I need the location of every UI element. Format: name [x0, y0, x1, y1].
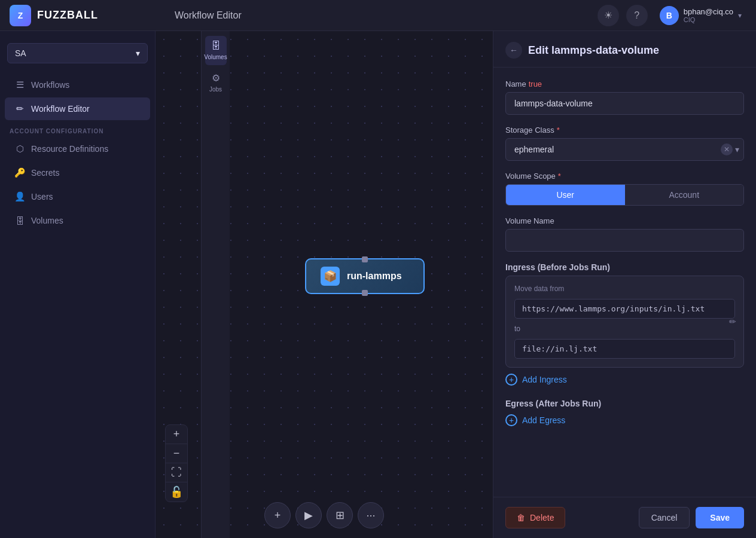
- zoom-controls: + − ⛶ 🔓: [165, 424, 188, 502]
- add-egress-icon: +: [505, 414, 517, 426]
- storage-class-label: Storage Class *: [505, 126, 744, 134]
- ingress-to-label: to: [514, 325, 735, 333]
- workflows-icon: ☰: [14, 80, 25, 90]
- user-org: CIQ: [684, 16, 733, 23]
- add-egress-button[interactable]: + Add Egress: [505, 412, 744, 429]
- cancel-button[interactable]: Cancel: [639, 507, 690, 528]
- avatar: B: [660, 6, 679, 25]
- sidebar-item-label: Workflow Editor: [31, 104, 90, 114]
- canvas-area[interactable]: 🗄 Volumes ⚙ Jobs 📦 run-lammps + − ⛶ 🔓 + …: [156, 31, 493, 538]
- ingress-from-label: Move data from: [514, 285, 735, 293]
- canvas-tab-volumes-label: Volumes: [204, 54, 227, 60]
- canvas-tab-jobs[interactable]: ⚙ Jobs: [205, 68, 227, 97]
- scope-user-button[interactable]: User: [506, 185, 625, 205]
- sidebar-item-label: Volumes: [31, 216, 63, 225]
- delete-label: Delete: [530, 513, 554, 522]
- sa-label: SA: [15, 48, 26, 58]
- sidebar-item-volumes[interactable]: 🗄 Volumes: [5, 209, 150, 232]
- add-egress-label: Add Egress: [522, 415, 565, 425]
- required-indicator: *: [558, 172, 561, 181]
- back-button[interactable]: ←: [505, 42, 522, 59]
- logo-icon: Z: [10, 5, 31, 26]
- sidebar-item-users[interactable]: 👤 Users: [5, 185, 150, 208]
- sidebar-item-workflows[interactable]: ☰ Workflows: [5, 74, 150, 96]
- select-clear-button[interactable]: ✕: [721, 143, 733, 155]
- select-chevron-icon: ▾: [735, 145, 739, 154]
- required-indicator: true: [529, 80, 542, 88]
- volumes-tab-icon: 🗄: [211, 41, 221, 51]
- ingress-title: Ingress (Before Jobs Run): [505, 262, 744, 272]
- user-email: bphan@ciq.co: [684, 7, 733, 16]
- volume-scope-field: Volume Scope * User Account: [505, 172, 744, 206]
- name-field: Name true: [505, 80, 744, 115]
- panel-content: Name true Storage Class * ephemeral stan…: [493, 68, 756, 497]
- app-name: FUZZBALL: [37, 9, 98, 22]
- add-node-button[interactable]: +: [264, 502, 291, 528]
- ingress-to-value: file://in.lj.txt: [514, 339, 735, 359]
- users-icon: 👤: [14, 191, 25, 202]
- edit-panel: ← Edit lammps-data-volume Name true Stor…: [493, 31, 756, 538]
- sa-selector[interactable]: SA ▾: [7, 43, 148, 63]
- ingress-from-value: https://www.lammps.org/inputs/in.lj.txt: [514, 299, 735, 319]
- volumes-icon: 🗄: [14, 215, 25, 226]
- select-actions: ✕ ▾: [721, 138, 744, 161]
- ingress-card: Move data from https://www.lammps.org/in…: [505, 276, 744, 368]
- add-ingress-label: Add Ingress: [522, 375, 567, 384]
- play-button[interactable]: ▶: [295, 502, 322, 528]
- volume-scope-label: Volume Scope *: [505, 172, 744, 181]
- user-info: bphan@ciq.co CIQ: [684, 7, 733, 23]
- main-layout: SA ▾ ☰ Workflows ✏ Workflow Editor ACCOU…: [0, 31, 756, 538]
- canvas-tab-volumes[interactable]: 🗄 Volumes: [205, 36, 227, 65]
- storage-class-field: Storage Class * ephemeral standard premi…: [505, 126, 744, 161]
- storage-class-select-wrapper: ephemeral standard premium ✕ ▾: [505, 138, 744, 161]
- account-config-section-label: ACCOUNT CONFIGURATION: [0, 121, 155, 137]
- volume-name-label: Volume Name: [505, 216, 744, 225]
- resource-definitions-icon: ⬡: [14, 143, 25, 154]
- help-button[interactable]: ?: [626, 5, 648, 26]
- add-ingress-button[interactable]: + Add Ingress: [505, 371, 744, 388]
- topbar-actions: ☀ ? B bphan@ciq.co CIQ ▾: [598, 4, 746, 27]
- sidebar-item-label: Resource Definitions: [31, 144, 108, 154]
- node-icon: 📦: [321, 267, 340, 286]
- workflow-editor-icon: ✏: [14, 103, 25, 114]
- logo-area: Z FUZZBALL: [10, 5, 165, 26]
- sidebar-item-label: Users: [31, 192, 53, 201]
- chevron-down-icon: ▾: [738, 11, 742, 20]
- sidebar-item-resource-definitions[interactable]: ⬡ Resource Definitions: [5, 137, 150, 160]
- ingress-edit-icon[interactable]: ✏: [729, 317, 736, 326]
- zoom-fit-button[interactable]: ⛶: [166, 463, 187, 482]
- grid-button[interactable]: ⊞: [327, 502, 353, 528]
- egress-section: Egress (After Jobs Run) + Add Egress: [505, 399, 744, 429]
- scope-account-button[interactable]: Account: [625, 185, 744, 205]
- name-input[interactable]: [505, 92, 744, 115]
- sidebar: SA ▾ ☰ Workflows ✏ Workflow Editor ACCOU…: [0, 31, 156, 538]
- storage-class-select[interactable]: ephemeral standard premium: [505, 138, 744, 161]
- panel-header: ← Edit lammps-data-volume: [493, 31, 756, 68]
- sidebar-item-workflow-editor[interactable]: ✏ Workflow Editor: [5, 97, 150, 120]
- volume-name-input[interactable]: [505, 229, 744, 252]
- more-options-button[interactable]: ···: [358, 502, 384, 528]
- topbar: Z FUZZBALL Workflow Editor ☀ ? B bphan@c…: [0, 0, 756, 31]
- node-handle-bottom: [362, 290, 368, 296]
- zoom-in-button[interactable]: +: [166, 425, 187, 444]
- canvas-tab-jobs-label: Jobs: [209, 86, 222, 93]
- sidebar-item-label: Secrets: [31, 168, 59, 178]
- add-ingress-icon: +: [505, 374, 517, 386]
- page-title: Workflow Editor: [175, 10, 588, 21]
- user-menu[interactable]: B bphan@ciq.co CIQ ▾: [655, 4, 746, 27]
- canvas-tabs: 🗄 Volumes ⚙ Jobs: [201, 31, 230, 538]
- theme-toggle-button[interactable]: ☀: [598, 5, 619, 26]
- sidebar-item-secrets[interactable]: 🔑 Secrets: [5, 161, 150, 184]
- save-button[interactable]: Save: [696, 507, 744, 528]
- name-label: Name true: [505, 80, 744, 88]
- zoom-out-button[interactable]: −: [166, 444, 187, 463]
- action-buttons: Cancel Save: [639, 507, 744, 528]
- required-indicator: *: [557, 126, 560, 134]
- delete-button[interactable]: 🗑 Delete: [505, 507, 565, 528]
- node-label: run-lammps: [347, 271, 402, 282]
- volume-scope-toggle: User Account: [505, 184, 744, 206]
- panel-footer: 🗑 Delete Cancel Save: [493, 497, 756, 538]
- workflow-node[interactable]: 📦 run-lammps: [305, 258, 425, 294]
- zoom-lock-button[interactable]: 🔓: [166, 482, 187, 502]
- trash-icon: 🗑: [517, 513, 525, 522]
